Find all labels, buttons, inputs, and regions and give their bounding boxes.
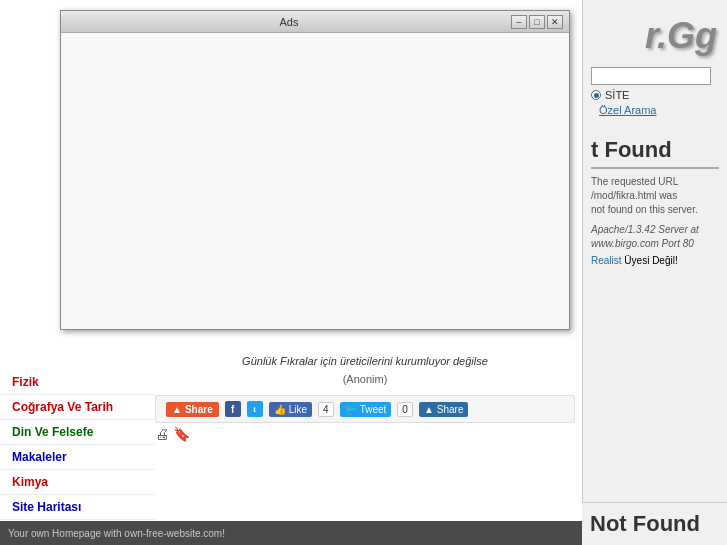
- search-input[interactable]: [591, 67, 711, 85]
- restore-button[interactable]: □: [529, 15, 545, 29]
- tweet-bird-icon: 🐦: [345, 404, 357, 415]
- share-blue-icon: ▲: [424, 404, 434, 415]
- nav-item-fizik[interactable]: Fizik: [0, 370, 155, 395]
- facebook-icon[interactable]: f: [225, 401, 241, 417]
- realist-suffix: Üyesi Değil!: [622, 255, 678, 266]
- apache-text: Apache/1.3.42 Server at www.birgo.com Po…: [591, 224, 699, 249]
- article-title: Günlük Fıkralar için üreticilerini kurum…: [155, 355, 575, 367]
- bookmark-icon[interactable]: 🔖: [173, 426, 190, 442]
- realist-link[interactable]: Realist: [591, 255, 622, 266]
- like-count: 4: [318, 402, 334, 417]
- ozel-arama-link[interactable]: Özel Arama: [591, 101, 719, 119]
- ad-content: [61, 33, 569, 329]
- share-blue-label: Share: [437, 404, 464, 415]
- article-author: (Anonim): [155, 373, 575, 385]
- social-icons-row: 🖨 🔖: [155, 426, 575, 442]
- not-found-requested: The requested URL /mod/fikra.html was no…: [591, 175, 719, 217]
- nav-item-site-haritasi[interactable]: Site Haritası: [0, 495, 155, 520]
- site-radio-button[interactable]: [591, 90, 601, 100]
- share-icon: ▲: [172, 404, 182, 415]
- not-found-msg: not found on this server.: [591, 204, 698, 215]
- ad-controls: – □ ✕: [511, 15, 563, 29]
- share-button-blue[interactable]: ▲ Share: [419, 402, 469, 417]
- share-label: Share: [185, 404, 213, 415]
- minimize-button[interactable]: –: [511, 15, 527, 29]
- not-found-section: t Found The requested URL /mod/fikra.htm…: [583, 129, 727, 274]
- like-label: Like: [289, 404, 307, 415]
- tweet-count: 0: [397, 402, 413, 417]
- url-path-text: /mod/fikra.html was: [591, 190, 677, 201]
- notification-bar: Your own Homepage with own-free-website.…: [0, 521, 582, 545]
- tweet-button[interactable]: 🐦 Tweet: [340, 402, 392, 417]
- close-button[interactable]: ✕: [547, 15, 563, 29]
- requested-url-text: The requested URL: [591, 176, 678, 187]
- social-share-bar: ▲ Share f t 👍 Like 4 🐦 Tweet 0 ▲ Share: [155, 395, 575, 423]
- like-button[interactable]: 👍 Like: [269, 402, 312, 417]
- right-sidebar: r.Gg SİTE Özel Arama t Found The request…: [582, 0, 727, 545]
- like-thumb-icon: 👍: [274, 404, 286, 415]
- center-content: Günlük Fıkralar için üreticilerini kurum…: [155, 355, 575, 442]
- site-logo: r.Gg: [583, 0, 727, 62]
- twitter-share-icon[interactable]: t: [247, 401, 263, 417]
- print-icon[interactable]: 🖨: [155, 426, 169, 442]
- ad-title: Ads: [67, 16, 511, 28]
- search-radio-row: SİTE: [591, 89, 719, 101]
- not-found-title: t Found: [591, 137, 719, 169]
- nav-item-cografya[interactable]: Coğrafya Ve Tarih: [0, 395, 155, 420]
- nav-item-kimya[interactable]: Kimya: [0, 470, 155, 495]
- nav-item-din[interactable]: Din Ve Felsefe: [0, 420, 155, 445]
- apache-info: Apache/1.3.42 Server at www.birgo.com Po…: [591, 223, 719, 251]
- not-found-bottom-title: Not Found: [590, 511, 719, 537]
- share-button-orange[interactable]: ▲ Share: [166, 402, 219, 417]
- site-radio-label: SİTE: [605, 89, 629, 101]
- search-box-area: SİTE Özel Arama: [583, 62, 727, 124]
- nav-item-makaleler[interactable]: Makaleler: [0, 445, 155, 470]
- ad-window: Ads – □ ✕: [60, 10, 570, 330]
- ad-titlebar: Ads – □ ✕: [61, 11, 569, 33]
- not-found-bottom: Not Found: [582, 502, 727, 545]
- tweet-label: Tweet: [360, 404, 387, 415]
- realist-row: Realist Üyesi Değil!: [591, 255, 719, 266]
- left-nav: Fizik Coğrafya Ve Tarih Din Ve Felsefe M…: [0, 370, 155, 520]
- notification-text: Your own Homepage with own-free-website.…: [8, 528, 225, 539]
